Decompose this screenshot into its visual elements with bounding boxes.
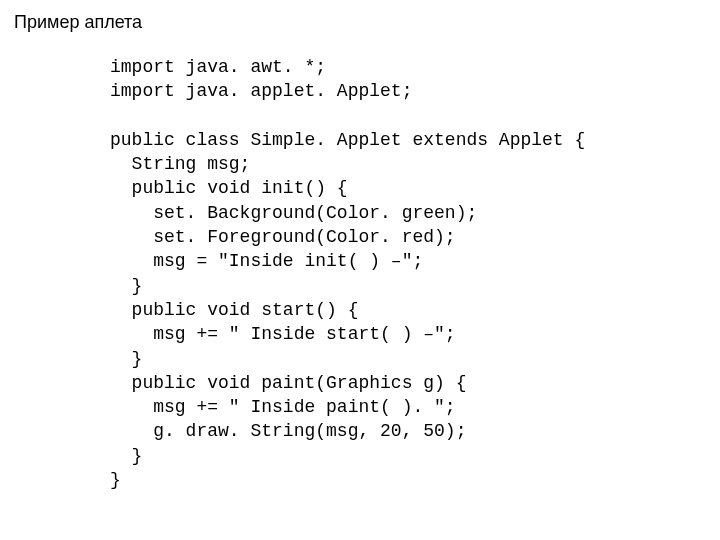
- slide-title: Пример аплета: [14, 12, 706, 33]
- code-snippet: import java. awt. *; import java. applet…: [110, 55, 706, 492]
